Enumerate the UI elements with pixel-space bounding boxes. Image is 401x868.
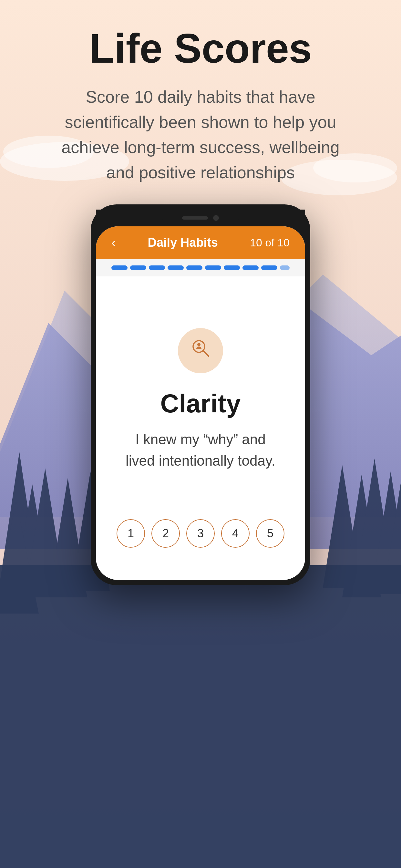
progress-dot-3 bbox=[149, 266, 165, 270]
clarity-icon bbox=[189, 337, 212, 364]
habit-card: Clarity I knew my “why” and lived intent… bbox=[102, 283, 299, 574]
progress-dot-1 bbox=[112, 266, 127, 270]
progress-dot-5 bbox=[186, 266, 203, 270]
progress-dot-8 bbox=[243, 266, 258, 270]
back-button[interactable]: ‹ bbox=[112, 236, 116, 250]
card-title: Clarity bbox=[160, 389, 241, 418]
page-subtitle: Score 10 daily habits that have scientif… bbox=[55, 84, 346, 185]
progress-bar bbox=[96, 259, 305, 276]
score-buttons: 12345 bbox=[117, 519, 284, 548]
card-icon-wrapper bbox=[178, 328, 223, 373]
page-title: Life Scores bbox=[26, 26, 375, 71]
progress-dot-6 bbox=[205, 266, 221, 270]
app-header: ‹ Daily Habits 10 of 10 bbox=[96, 226, 305, 259]
progress-dot-4 bbox=[167, 266, 184, 270]
score-button-1[interactable]: 1 bbox=[117, 519, 145, 548]
header-title: Daily Habits bbox=[148, 236, 218, 250]
progress-dot-2 bbox=[130, 266, 146, 270]
score-button-3[interactable]: 3 bbox=[186, 519, 215, 548]
score-button-5[interactable]: 5 bbox=[256, 519, 284, 548]
progress-dot-10 bbox=[280, 266, 289, 270]
svg-line-21 bbox=[203, 351, 209, 356]
score-button-4[interactable]: 4 bbox=[221, 519, 250, 548]
progress-dot-9 bbox=[261, 266, 277, 270]
svg-point-22 bbox=[197, 343, 201, 346]
phone-mockup: ‹ Daily Habits 10 of 10 bbox=[0, 205, 401, 585]
svg-rect-15 bbox=[0, 565, 401, 868]
notch-camera bbox=[213, 215, 219, 221]
card-description: I knew my “why” and lived intentionally … bbox=[123, 429, 278, 471]
header-count: 10 of 10 bbox=[250, 237, 289, 249]
notch-speaker bbox=[182, 216, 208, 220]
progress-dot-7 bbox=[224, 266, 240, 270]
phone-notch bbox=[96, 210, 305, 226]
score-button-2[interactable]: 2 bbox=[151, 519, 180, 548]
